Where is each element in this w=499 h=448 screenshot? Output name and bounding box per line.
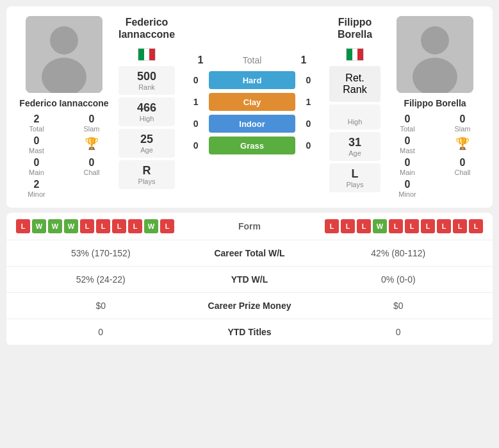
- stats-center-3: YTD Titles: [186, 327, 314, 337]
- form-badge-left: L: [16, 219, 30, 233]
- form-badges-right: LLLWLLLLLL: [288, 219, 484, 233]
- form-badge-left: L: [96, 219, 110, 233]
- indoor-row: 0 Indoor 0: [184, 115, 320, 133]
- player1-middle-stats: Federico Iannaccone 500 Rank 466 High 25…: [115, 16, 178, 198]
- form-badge-right: L: [325, 219, 339, 233]
- bottom-section: LWWWLLLLWL Form LLLWLLLLLL 53% (170-152)…: [6, 213, 493, 345]
- player1-total: 2 Total: [13, 113, 60, 133]
- form-badges-left: LWWWLLLLWL: [16, 219, 211, 233]
- stats-left-2: $0: [16, 301, 186, 311]
- stats-center-1: YTD W/L: [186, 274, 314, 285]
- player1-trophy: 🏆: [68, 135, 115, 154]
- hard-row: 0 Hard 0: [184, 71, 320, 89]
- player1-high-cell: 466 High: [119, 97, 175, 126]
- player1-name-header: Federico Iannaccone: [119, 16, 175, 43]
- indoor-button[interactable]: Indoor: [209, 115, 295, 133]
- form-row: LWWWLLLLWL Form LLLWLLLLLL: [6, 213, 493, 240]
- player1-main: 0 Main: [13, 157, 60, 176]
- stats-row-0: 53% (170-152) Career Total W/L 42% (80-1…: [6, 240, 493, 267]
- player2-age-cell: 31 Age: [329, 132, 380, 161]
- stats-row-2: $0 Career Prize Money $0: [6, 293, 493, 319]
- svg-point-4: [421, 26, 449, 54]
- player2-avatar: [397, 16, 473, 93]
- stats-row-3: 0 YTD Titles 0: [6, 319, 493, 345]
- stats-left-0: 53% (170-152): [16, 248, 186, 258]
- player2-stats: 0 Total 0 Slam 0 Mast 🏆 0 Main: [384, 113, 486, 198]
- form-badge-right: L: [341, 219, 355, 233]
- trophy-icon-right: 🏆: [455, 137, 470, 151]
- player1-chall: 0 Chall: [68, 157, 115, 176]
- form-badge-left: L: [80, 219, 94, 233]
- player1-card: Federico Iannaccone 2 Total 0 Slam 0 Mas…: [13, 16, 115, 198]
- form-badge-left: W: [48, 219, 62, 233]
- player2-slam: 0 Slam: [439, 113, 486, 133]
- form-badge-right: L: [357, 219, 371, 233]
- player2-flag: [346, 48, 364, 61]
- total-row: 1 Total 1: [184, 54, 320, 66]
- form-badge-right: L: [421, 219, 435, 233]
- stats-right-3: 0: [314, 327, 484, 337]
- stats-right-2: $0: [314, 301, 484, 311]
- player2-mast: 0 Mast: [384, 135, 431, 154]
- form-badge-right: L: [437, 219, 451, 233]
- main-container: Federico Iannaccone 2 Total 0 Slam 0 Mas…: [0, 0, 499, 352]
- player2-trophy: 🏆: [439, 135, 486, 154]
- form-badge-left: L: [128, 219, 142, 233]
- svg-point-1: [50, 26, 78, 54]
- stats-left-1: 52% (24-22): [16, 274, 186, 285]
- player1-slam: 0 Slam: [68, 113, 115, 133]
- stats-center-0: Career Total W/L: [186, 248, 314, 258]
- player1-rank-cell: 500 Rank: [119, 66, 175, 95]
- form-badge-right: L: [405, 219, 419, 233]
- stats-row-1: 52% (24-22) YTD W/L 0% (0-0): [6, 267, 493, 293]
- player2-minor: 0 Minor: [384, 179, 431, 198]
- form-badge-left: W: [144, 219, 158, 233]
- stats-rows-container: 53% (170-152) Career Total W/L 42% (80-1…: [6, 240, 493, 345]
- player1-avatar: [26, 16, 102, 93]
- player2-rank-cell: Ret. Rank: [329, 66, 380, 102]
- player2-total: 0 Total: [384, 113, 431, 133]
- center-column: 1 Total 1 0 Hard 0 1 Clay 1 0 Indoor 0 0: [178, 16, 326, 198]
- form-badge-left: L: [112, 219, 126, 233]
- player1-name: Federico Iannaccone: [19, 98, 108, 108]
- clay-row: 1 Clay 1: [184, 93, 320, 111]
- stats-right-1: 0% (0-0): [314, 274, 484, 285]
- player2-main: 0 Main: [384, 157, 431, 176]
- player2-name: Filippo Borella: [404, 98, 466, 108]
- form-badge-right: L: [389, 219, 403, 233]
- grass-button[interactable]: Grass: [209, 137, 295, 154]
- stats-center-2: Career Prize Money: [186, 301, 314, 311]
- top-section: Federico Iannaccone 2 Total 0 Slam 0 Mas…: [6, 6, 493, 208]
- player1-minor: 2 Minor: [13, 179, 60, 198]
- player1-plays-cell: R Plays: [119, 160, 175, 189]
- player1-age-cell: 25 Age: [119, 129, 175, 158]
- stats-left-3: 0: [16, 327, 186, 337]
- hard-button[interactable]: Hard: [209, 71, 295, 89]
- player1-mast: 0 Mast: [13, 135, 60, 154]
- clay-button[interactable]: Clay: [209, 93, 295, 111]
- form-badge-left: L: [160, 219, 174, 233]
- form-badge-right: W: [373, 219, 387, 233]
- player2-high-cell: High: [329, 104, 380, 129]
- form-badge-left: W: [64, 219, 78, 233]
- trophy-icon-left: 🏆: [85, 137, 99, 151]
- player2-chall: 0 Chall: [439, 157, 486, 176]
- form-badge-left: W: [32, 219, 46, 233]
- player1-stats: 2 Total 0 Slam 0 Mast 🏆 0 Main: [13, 113, 115, 198]
- form-label: Form: [211, 221, 288, 231]
- player2-name-header: Filippo Borella: [329, 16, 380, 43]
- player2-plays-cell: L Plays: [329, 163, 380, 192]
- player1-flag: [138, 48, 156, 61]
- player2-right-stats: Filippo Borella Ret. Rank High 31 Age L …: [326, 16, 384, 198]
- stats-right-0: 42% (80-112): [314, 248, 484, 258]
- grass-row: 0 Grass 0: [184, 137, 320, 154]
- form-badge-right: L: [469, 219, 483, 233]
- player2-card: Filippo Borella 0 Total 0 Slam 0 Mast 🏆: [384, 16, 486, 198]
- form-badge-right: L: [453, 219, 467, 233]
